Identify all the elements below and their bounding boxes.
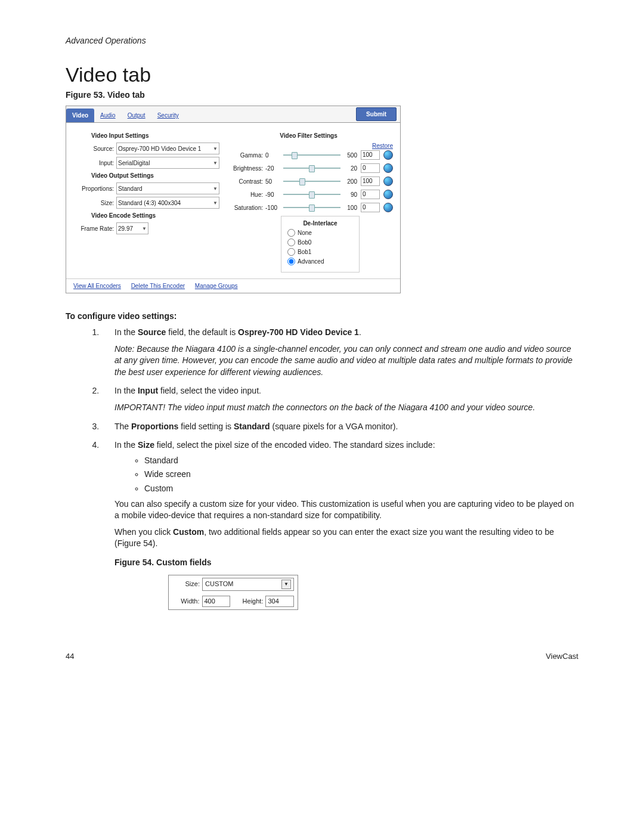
size-bullets: Standard Wide screen Custom [114,455,578,495]
tab-security[interactable]: Security [151,109,185,122]
slider-min: -100 [265,205,281,211]
radio-input[interactable] [287,229,295,237]
text: field setting is [178,422,234,431]
reset-dot-icon[interactable] [383,163,393,173]
slider-thumb[interactable] [309,165,315,172]
slider-track[interactable] [283,181,340,182]
step-3: The Proportions field setting is Standar… [101,421,578,433]
step-2: In the Input field, select the video inp… [101,385,578,413]
slider-min: -20 [265,165,281,172]
step-4: In the Size field, select the pixel size… [101,439,578,610]
slider-max: 20 [343,165,357,172]
slider-thumb[interactable] [309,205,315,212]
chevron-down-icon: ▼ [281,580,291,589]
tab-output[interactable]: Output [122,109,151,122]
size-select[interactable]: Standard (4:3) 400x304 ▼ [116,197,219,209]
chevron-down-icon: ▼ [213,186,218,191]
slider-value-input[interactable]: 0 [361,190,380,199]
figure-54-box: Size: CUSTOM ▼ Width: 400 Height: 304 [168,575,298,610]
text-bold: Size [138,440,154,450]
text: When you click [114,527,173,537]
restore-link[interactable]: Restore [224,143,393,149]
slider-track[interactable] [283,154,340,156]
screenshot-footer-links: View All Encoders Delete This Encoder Ma… [66,278,400,293]
slider-max: 200 [343,178,357,185]
radio-label: None [298,230,312,236]
deinterlace-option[interactable]: Bob1 [287,248,353,256]
view-all-encoders-link[interactable]: View All Encoders [73,283,121,289]
video-encode-settings-title: Video Encode Settings [91,212,219,219]
text-bold: Proportions [131,422,178,431]
slider-min: 50 [265,178,281,185]
text-bold: Input [138,386,158,395]
slider-row: Hue:-90900 [224,190,393,199]
video-output-settings-title: Video Output Settings [91,172,219,179]
slider-track[interactable] [283,194,340,195]
bullet-custom: Custom [144,483,578,495]
fig54-height-label: Height: [230,597,265,606]
slider-value-input[interactable]: 0 [361,163,380,173]
slider-label: Brightness: [224,165,265,172]
right-column: Video Filter Settings Restore Gamma:0500… [219,129,393,272]
tab-audio[interactable]: Audio [94,109,122,122]
reset-dot-icon[interactable] [383,190,393,199]
slider-label: Contrast: [224,178,265,185]
fig54-width-label: Width: [172,597,202,606]
slider-track[interactable] [283,168,340,169]
chevron-down-icon: ▼ [213,160,218,166]
slider-track[interactable] [283,207,340,208]
radio-label: Bob1 [298,249,311,255]
radio-input[interactable] [287,248,295,256]
deinterlace-option[interactable]: Bob0 [287,239,353,246]
size-value: Standard (4:3) 400x304 [118,200,181,206]
radio-input[interactable] [287,258,295,265]
screenshot-topbar: Video Audio Output Security Submit [66,106,400,123]
text: In the [114,440,138,450]
slider-row: Saturation:-1001000 [224,203,393,212]
framerate-label: Frame Rate: [73,225,116,232]
slider-value-input[interactable]: 100 [361,150,380,160]
text: In the [114,386,138,395]
video-filter-settings-title: Video Filter Settings [224,132,393,139]
fig54-size-label: Size: [172,580,202,589]
fig54-size-value: CUSTOM [205,580,233,589]
manage-groups-link[interactable]: Manage Groups [195,283,238,289]
figure-54-caption: Figure 54. Custom fields [114,557,578,569]
step-4-para-1: You can also specify a custom size for y… [114,498,578,522]
slider-row: Contrast:50200100 [224,176,393,186]
slider-max: 500 [343,152,357,159]
deinterlace-option[interactable]: None [287,229,353,237]
slider-value-input[interactable]: 0 [361,203,380,212]
reset-dot-icon[interactable] [383,203,393,212]
text: The [114,422,131,431]
text-bold: Standard [234,422,270,431]
delete-this-encoder-link[interactable]: Delete This Encoder [131,283,185,289]
video-input-settings-title: Video Input Settings [91,132,219,139]
input-select[interactable]: SerialDigital ▼ [116,157,219,169]
radio-label: Advanced [298,258,324,265]
reset-dot-icon[interactable] [383,150,393,160]
source-select[interactable]: Osprey-700 HD Video Device 1 ▼ [116,143,219,154]
proportions-label: Proportions: [73,185,116,192]
proportions-select[interactable]: Standard ▼ [116,182,219,194]
slider-thumb[interactable] [292,152,298,159]
framerate-select[interactable]: 29.97 ▼ [116,222,148,234]
step-1: In the Source field, the default is Ospr… [101,327,578,378]
slider-value-input[interactable]: 100 [361,176,380,186]
text: field, select the video input. [158,386,261,395]
slider-min: -90 [265,191,281,198]
tab-video[interactable]: Video [66,109,94,122]
fig54-size-select[interactable]: CUSTOM ▼ [202,578,294,591]
submit-button[interactable]: Submit [356,107,397,121]
deinterlace-option[interactable]: Advanced [287,258,353,265]
tab-bar: Video Audio Output Security [66,106,352,122]
reset-dot-icon[interactable] [383,176,393,186]
slider-label: Gamma: [224,152,265,159]
fig54-height-input[interactable]: 304 [265,596,294,607]
radio-input[interactable] [287,239,295,246]
fig54-width-input[interactable]: 400 [202,596,231,607]
step-2-note: IMPORTANT! The video input must match th… [114,402,578,414]
slider-thumb[interactable] [309,191,315,199]
proportions-value: Standard [118,185,143,192]
slider-thumb[interactable] [299,178,305,185]
